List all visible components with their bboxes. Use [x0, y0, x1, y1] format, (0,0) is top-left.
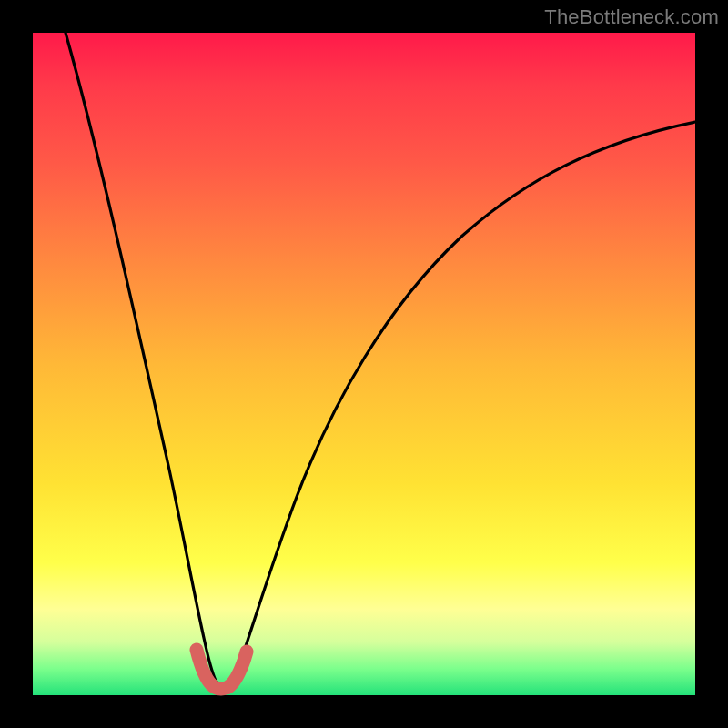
watermark-text: TheBottleneck.com — [544, 5, 719, 29]
bottleneck-curve — [66, 33, 695, 685]
plot-area — [33, 33, 695, 695]
optimal-range-highlight — [197, 650, 247, 689]
chart-frame: TheBottleneck.com — [0, 0, 728, 728]
curve-layer — [33, 33, 695, 695]
